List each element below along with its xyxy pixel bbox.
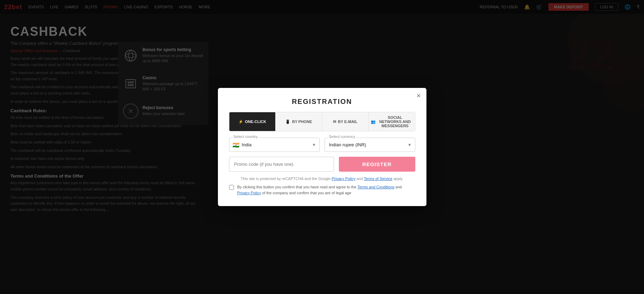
country-flag: 🇮🇳: [233, 141, 239, 148]
country-group: Select country 🇮🇳 India United States Un…: [229, 138, 320, 152]
tab-social-label: SOCIAL NETWORKS AND MESSENGERS: [377, 115, 413, 128]
currency-select[interactable]: Indian rupee (INR) US Dollar (USD) Euro …: [325, 138, 415, 152]
country-select[interactable]: India United States United Kingdom: [229, 138, 320, 152]
recaptcha-notice: This site is protected by reCAPTCHA and …: [229, 177, 415, 181]
terms-checkbox[interactable]: [229, 185, 234, 190]
phone-icon: 📱: [285, 120, 290, 124]
one-click-icon: ⚡: [238, 120, 243, 124]
form-row-country-currency: Select country 🇮🇳 India United States Un…: [229, 138, 415, 152]
tab-email-label: BY E-MAIL: [338, 120, 357, 124]
tab-one-click[interactable]: ⚡ ONE-CLICK: [229, 112, 276, 131]
form-row-promo-register: REGISTER: [229, 157, 415, 172]
terms-conditions-link[interactable]: Terms and Conditions: [357, 185, 394, 189]
tab-by-email[interactable]: ✉ BY E-MAIL: [322, 112, 369, 131]
register-button[interactable]: REGISTER: [339, 157, 415, 172]
registration-tabs: ⚡ ONE-CLICK 📱 BY PHONE ✉ BY E-MAIL 👥 SOC…: [229, 112, 415, 131]
tab-by-phone[interactable]: 📱 BY PHONE: [276, 112, 322, 131]
promo-group: [229, 157, 334, 172]
currency-label: Select currency: [328, 134, 357, 139]
registration-modal: × REGISTRATION ⚡ ONE-CLICK 📱 BY PHONE ✉ …: [218, 88, 426, 206]
social-icon: 👥: [371, 120, 376, 124]
tab-social[interactable]: 👥 SOCIAL NETWORKS AND MESSENGERS: [369, 112, 415, 131]
tab-phone-label: BY PHONE: [292, 120, 312, 124]
modal-close-button[interactable]: ×: [417, 92, 421, 99]
privacy-policy-link2[interactable]: Privacy Policy: [237, 191, 261, 195]
privacy-policy-link[interactable]: Privacy Policy: [332, 177, 355, 181]
terms-service-link[interactable]: Terms of Service: [364, 177, 392, 181]
promo-code-input[interactable]: [229, 157, 334, 172]
currency-group: Select currency Indian rupee (INR) US Do…: [325, 138, 415, 152]
terms-text: By clicking this button you confirm that…: [237, 184, 415, 196]
tab-one-click-label: ONE-CLICK: [245, 120, 266, 124]
email-icon: ✉: [333, 120, 336, 124]
terms-agreement-row: By clicking this button you confirm that…: [229, 184, 415, 196]
modal-title: REGISTRATION: [229, 98, 415, 106]
country-label: Select country: [233, 134, 259, 139]
